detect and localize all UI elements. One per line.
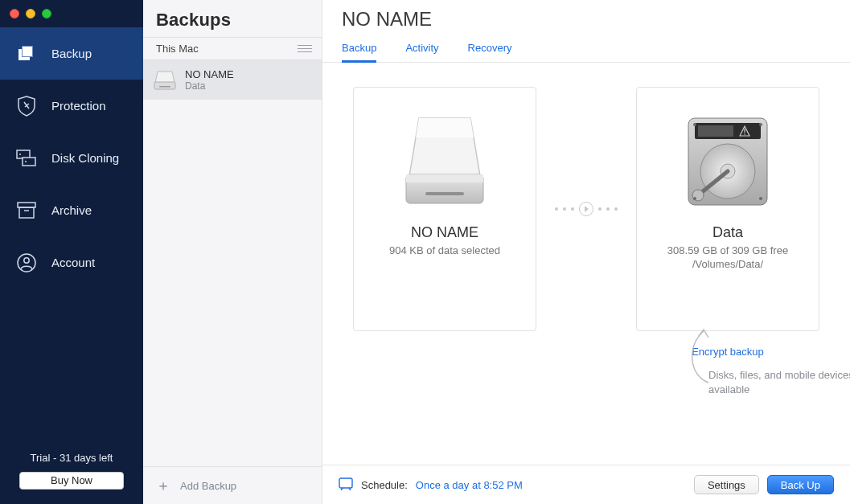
backup-destination-card[interactable]: Data 308.59 GB of 309 GB free /Volumes/D… <box>636 87 819 331</box>
backup-list-item-subtitle: Data <box>185 80 234 92</box>
svg-rect-16 <box>425 192 464 195</box>
footer-bar: Schedule: Once a day at 8:52 PM Settings… <box>322 465 850 504</box>
sidebar-item-account[interactable]: Account <box>0 236 143 289</box>
backup-list-item[interactable]: NO NAME Data <box>143 60 322 100</box>
svg-rect-13 <box>159 86 170 88</box>
minimize-window-button[interactable] <box>26 9 35 18</box>
svg-rect-29 <box>339 478 352 488</box>
external-drive-icon <box>153 70 177 91</box>
sidebar-item-label: Account <box>51 256 95 269</box>
dest-name: Data <box>637 224 819 241</box>
trial-status: Trial - 31 days left <box>0 452 143 464</box>
account-icon <box>16 252 37 273</box>
backup-icon <box>16 43 37 64</box>
transfer-indicator <box>536 87 636 331</box>
backup-source-card[interactable]: NO NAME 904 KB of data selected <box>353 87 536 331</box>
svg-rect-19 <box>698 125 733 137</box>
svg-point-5 <box>19 154 21 155</box>
svg-rect-4 <box>23 158 35 166</box>
backup-list-item-title: NO NAME <box>185 68 234 80</box>
main-panel: NO NAME Backup Activity Recovery <box>322 0 850 504</box>
schedule-label: Schedule: <box>361 479 408 491</box>
svg-rect-8 <box>19 207 34 218</box>
svg-point-6 <box>25 161 27 162</box>
svg-rect-2 <box>23 47 32 56</box>
sidebar-item-label: Archive <box>51 203 92 217</box>
svg-rect-12 <box>154 82 175 89</box>
sidebar-item-archive[interactable]: Archive <box>0 184 143 236</box>
zoom-window-button[interactable] <box>42 9 51 18</box>
dest-sub: 308.59 GB of 309 GB free <box>637 244 819 256</box>
add-backup-button[interactable]: ＋ Add Backup <box>143 466 322 504</box>
settings-button[interactable]: Settings <box>694 475 759 494</box>
backup-list-item-text: NO NAME Data <box>185 68 234 92</box>
back-up-button[interactable]: Back Up <box>767 475 834 494</box>
panel-title: Backups <box>143 0 322 37</box>
sidebar-item-backup[interactable]: Backup <box>0 27 143 80</box>
hint-arrow-icon <box>684 328 717 384</box>
sidebar-item-label: Disk Cloning <box>51 151 119 165</box>
source-name: NO NAME <box>354 224 536 241</box>
svg-point-26 <box>759 123 762 126</box>
close-window-button[interactable] <box>10 9 19 18</box>
backup-list-header: This Mac <box>143 37 322 60</box>
add-backup-label: Add Backup <box>180 480 236 492</box>
source-sub: 904 KB of data selected <box>354 244 536 256</box>
tab-bar: Backup Activity Recovery <box>322 31 850 63</box>
svg-point-27 <box>693 197 696 200</box>
hint-text: Disks, files, and mobile devices are als… <box>708 368 850 396</box>
dest-path: /Volumes/Data/ <box>637 258 819 270</box>
svg-rect-7 <box>18 203 35 207</box>
schedule-icon <box>339 477 353 493</box>
buy-now-button[interactable]: Buy Now <box>19 472 124 490</box>
plus-icon: ＋ <box>156 478 170 493</box>
sidebar-item-label: Protection <box>51 99 106 113</box>
encrypt-backup-link[interactable]: Encrypt backup <box>636 346 819 358</box>
external-drive-icon <box>401 113 488 210</box>
sidebar: Backup Protection Disk Cloning Archive A <box>0 0 143 504</box>
tab-recovery[interactable]: Recovery <box>468 37 512 62</box>
arrow-right-icon <box>579 202 593 216</box>
svg-point-25 <box>693 123 696 126</box>
backup-list-header-label: This Mac <box>156 43 199 55</box>
disk-cloning-icon <box>16 148 37 169</box>
window-controls <box>0 0 143 27</box>
svg-rect-15 <box>406 174 483 182</box>
shield-icon <box>16 96 37 117</box>
svg-point-11 <box>24 257 29 262</box>
internal-drive-icon <box>684 113 772 210</box>
sidebar-item-protection[interactable]: Protection <box>0 80 143 132</box>
backup-list-panel: Backups This Mac NO NAME Data ＋ Add Back… <box>143 0 322 504</box>
page-title: NO NAME <box>342 8 831 31</box>
schedule-value[interactable]: Once a day at 8:52 PM <box>416 479 523 491</box>
list-menu-button[interactable] <box>298 45 312 52</box>
svg-point-28 <box>759 197 762 200</box>
svg-point-21 <box>744 133 745 135</box>
tab-backup[interactable]: Backup <box>342 37 376 62</box>
sidebar-item-label: Backup <box>51 47 92 60</box>
sidebar-footer: Trial - 31 days left Buy Now <box>0 440 143 504</box>
tab-activity[interactable]: Activity <box>405 37 438 62</box>
sidebar-item-disk-cloning[interactable]: Disk Cloning <box>0 132 143 184</box>
archive-icon <box>16 200 37 221</box>
